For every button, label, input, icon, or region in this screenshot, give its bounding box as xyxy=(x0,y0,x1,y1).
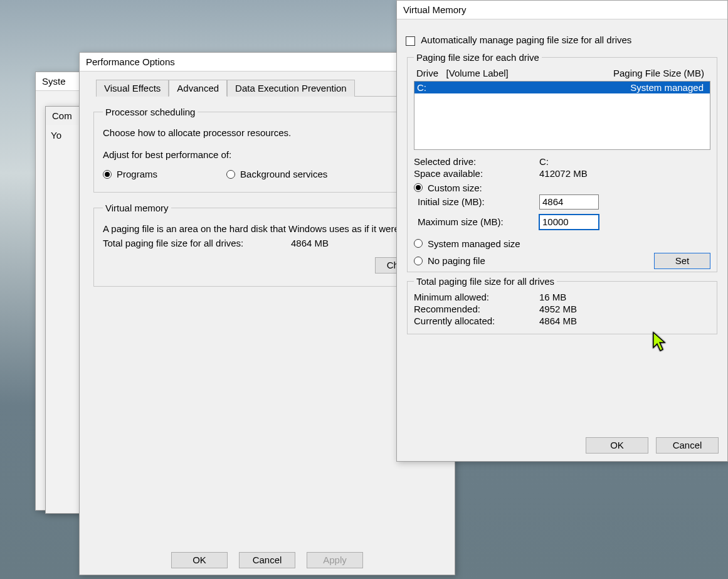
radio-empty-icon xyxy=(414,257,423,265)
vm-cancel-button[interactable]: Cancel xyxy=(656,437,719,454)
radio-none-label: No paging file xyxy=(428,255,485,266)
radio-programs[interactable]: Programs xyxy=(103,169,157,179)
radio-empty-icon xyxy=(226,170,235,179)
virtual-memory-desc: A paging file is an area on the hard dis… xyxy=(103,223,431,234)
total-paging-value: 4864 MB xyxy=(291,238,329,248)
max-size-input[interactable] xyxy=(539,215,599,230)
radio-no-paging[interactable]: No paging file xyxy=(414,255,654,266)
perf-ok-button[interactable]: OK xyxy=(171,552,228,568)
performance-options-footer: OK Cancel Apply xyxy=(80,552,455,568)
header-drive: Drive xyxy=(416,68,438,78)
header-volume: [Volume Label] xyxy=(446,68,509,78)
radio-programs-label: Programs xyxy=(117,169,157,179)
min-allowed-value: 16 MB xyxy=(539,292,615,302)
totals-group: Total paging file size for all drives Mi… xyxy=(407,276,717,334)
set-button[interactable]: Set xyxy=(654,253,710,269)
auto-manage-checkbox-row[interactable]: Automatically manage paging file size fo… xyxy=(406,35,719,46)
processor-scheduling-group: Processor scheduling Choose how to alloc… xyxy=(93,107,441,193)
paging-each-drive-group: Paging file size for each drive Drive [V… xyxy=(407,52,717,272)
currently-allocated-value: 4864 MB xyxy=(539,316,615,326)
space-available-label: Space available: xyxy=(414,168,539,179)
tab-visual-effects[interactable]: Visual Effects xyxy=(96,80,169,97)
perf-apply-button[interactable]: Apply xyxy=(307,552,363,568)
vm-ok-button[interactable]: OK xyxy=(586,437,648,454)
space-available-value: 412072 MB xyxy=(539,168,615,179)
drive-row-c-size: System managed xyxy=(577,82,707,93)
initial-size-label: Initial size (MB): xyxy=(414,196,539,207)
processor-scheduling-intro: Choose how to allocate processor resourc… xyxy=(103,127,431,138)
drive-row-c[interactable]: C: System managed xyxy=(414,82,710,93)
system-properties-title: Syste xyxy=(36,72,85,91)
radio-empty-icon xyxy=(414,239,423,248)
checkbox-empty-icon xyxy=(406,36,415,46)
recommended-value: 4952 MB xyxy=(539,304,615,314)
recommended-label: Recommended: xyxy=(414,304,539,314)
auto-manage-label: Automatically manage paging file size fo… xyxy=(421,35,631,45)
radio-custom-label: Custom size: xyxy=(428,183,482,193)
total-paging-label: Total paging file size for all drives: xyxy=(103,238,291,248)
virtual-memory-legend: Virtual memory xyxy=(103,203,171,213)
radio-background-services[interactable]: Background services xyxy=(226,169,327,179)
max-size-label: Maximum size (MB): xyxy=(414,216,539,227)
radio-system-label: System managed size xyxy=(428,238,520,249)
virtual-memory-window: Virtual Memory Automatically manage pagi… xyxy=(396,0,728,462)
header-paging-size: Paging File Size (MB) xyxy=(577,68,708,78)
tab-dep[interactable]: Data Execution Prevention xyxy=(227,80,355,97)
radio-system-managed[interactable]: System managed size xyxy=(414,238,710,249)
processor-scheduling-legend: Processor scheduling xyxy=(103,107,198,117)
drive-list-headers: Drive [Volume Label] Paging File Size (M… xyxy=(414,66,710,80)
radio-custom-size[interactable]: Custom size: xyxy=(414,183,710,193)
selected-drive-label: Selected drive: xyxy=(414,156,539,167)
selected-drive-value: C: xyxy=(539,156,615,167)
drive-row-c-name: C: xyxy=(417,82,577,93)
virtual-memory-title: Virtual Memory xyxy=(397,1,727,19)
radio-background-label: Background services xyxy=(240,169,327,179)
radio-dot-icon xyxy=(414,183,423,192)
tab-advanced[interactable]: Advanced xyxy=(169,80,227,97)
initial-size-input[interactable] xyxy=(539,194,599,210)
performance-options-tabs: Visual Effects Advanced Data Execution P… xyxy=(96,79,447,97)
currently-allocated-label: Currently allocated: xyxy=(414,316,539,326)
drive-list[interactable]: C: System managed xyxy=(414,81,710,150)
radio-dot-icon xyxy=(103,170,112,179)
totals-legend: Total paging file size for all drives xyxy=(414,276,557,287)
virtual-memory-group: Virtual memory A paging file is an area … xyxy=(93,203,441,287)
virtual-memory-footer: OK Cancel xyxy=(586,437,719,454)
perf-cancel-button[interactable]: Cancel xyxy=(239,552,295,568)
each-drive-legend: Paging file size for each drive xyxy=(414,52,542,63)
adjust-label: Adjust for best performance of: xyxy=(103,149,431,160)
min-allowed-label: Minimum allowed: xyxy=(414,292,539,302)
